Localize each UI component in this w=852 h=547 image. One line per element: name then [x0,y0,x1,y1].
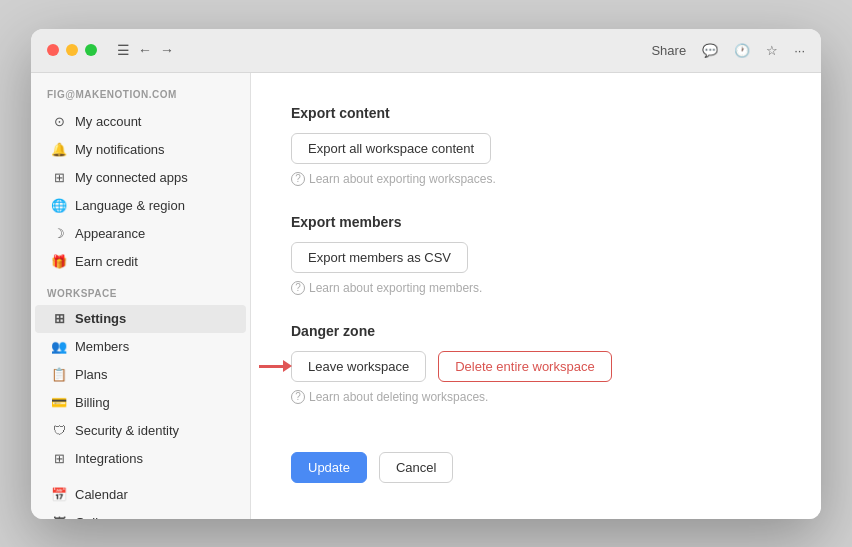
menu-icon[interactable]: ☰ [117,42,130,58]
sidebar-item-integrations[interactable]: ⊞ Integrations [35,445,246,473]
leave-workspace-button[interactable]: Leave workspace [291,351,426,382]
sidebar-item-label: Language & region [75,198,185,213]
help-icon-3: ? [291,390,305,404]
danger-zone-help: ? Learn about deleting workspaces. [291,390,781,404]
export-members-button[interactable]: Export members as CSV [291,242,468,273]
footer-actions: Update Cancel [291,432,781,483]
close-button[interactable] [47,44,59,56]
sidebar-item-language[interactable]: 🌐 Language & region [35,192,246,220]
sidebar-item-label: Gallery [75,515,116,519]
more-icon[interactable]: ··· [794,43,805,58]
export-members-title: Export members [291,214,781,230]
sidebar-item-notifications[interactable]: 🔔 My notifications [35,136,246,164]
moon-icon: ☽ [51,226,67,242]
cancel-button[interactable]: Cancel [379,452,453,483]
sidebar-item-members[interactable]: 👥 Members [35,333,246,361]
export-workspace-button[interactable]: Export all workspace content [291,133,491,164]
sidebar-item-gallery[interactable]: 🖼 Gallery [35,509,246,519]
forward-icon[interactable]: → [160,42,174,58]
calendar-icon: 📅 [51,487,67,503]
sidebar-bottom: 📅 Calendar 🖼 Gallery [31,473,250,519]
window-body: FIG@MAKENOTION.COM ⊙ My account 🔔 My not… [31,73,821,519]
app-window: ☰ ← → Share 💬 🕐 ☆ ··· FIG@MAKENOTION.COM… [31,29,821,519]
sidebar-item-settings[interactable]: ⊞ Settings [35,305,246,333]
person-icon: ⊙ [51,114,67,130]
sidebar-item-label: Integrations [75,451,143,466]
sidebar-item-label: Plans [75,367,108,382]
main-content: Export content Export all workspace cont… [251,73,821,519]
help-icon: ? [291,172,305,186]
grid-icon: ⊞ [51,170,67,186]
sidebar-item-label: Settings [75,311,126,326]
back-icon[interactable]: ← [138,42,152,58]
sidebar-item-label: My account [75,114,141,129]
sidebar-item-label: Members [75,339,129,354]
settings-grid-icon: ⊞ [51,311,67,327]
sidebar-item-account[interactable]: ⊙ My account [35,108,246,136]
danger-zone-row: Leave workspace Delete entire workspace [291,351,781,382]
sidebar-item-label: Appearance [75,226,145,241]
export-content-help: ? Learn about exporting workspaces. [291,172,781,186]
sidebar-item-earn-credit[interactable]: 🎁 Earn credit [35,248,246,276]
export-members-section: Export members Export members as CSV ? L… [291,214,781,295]
sidebar-email: FIG@MAKENOTION.COM [31,89,250,108]
export-members-help: ? Learn about exporting members. [291,281,781,295]
sidebar-item-label: Security & identity [75,423,179,438]
sidebar: FIG@MAKENOTION.COM ⊙ My account 🔔 My not… [31,73,251,519]
minimize-button[interactable] [66,44,78,56]
globe-icon: 🌐 [51,198,67,214]
gift-icon: 🎁 [51,254,67,270]
update-button[interactable]: Update [291,452,367,483]
sidebar-item-appearance[interactable]: ☽ Appearance [35,220,246,248]
sidebar-item-security[interactable]: 🛡 Security & identity [35,417,246,445]
chat-icon[interactable]: 💬 [702,43,718,58]
clock-icon[interactable]: 🕐 [734,43,750,58]
sidebar-item-plans[interactable]: 📋 Plans [35,361,246,389]
sidebar-item-label: Earn credit [75,254,138,269]
delete-workspace-button[interactable]: Delete entire workspace [438,351,611,382]
titlebar-right: Share 💬 🕐 ☆ ··· [651,43,805,58]
danger-zone-section: Danger zone Leave workspace Delete entir… [291,323,781,404]
arrow-indicator [259,360,292,372]
arrow-head [283,360,292,372]
integrations-icon: ⊞ [51,451,67,467]
sidebar-item-billing[interactable]: 💳 Billing [35,389,246,417]
maximize-button[interactable] [85,44,97,56]
sidebar-item-connected-apps[interactable]: ⊞ My connected apps [35,164,246,192]
danger-zone-title: Danger zone [291,323,781,339]
gallery-icon: 🖼 [51,515,67,519]
workspace-section-label: WORKSPACE [31,276,250,305]
sidebar-item-label: Calendar [75,487,128,502]
map-icon: 📋 [51,367,67,383]
export-content-section: Export content Export all workspace cont… [291,105,781,186]
share-button[interactable]: Share [651,43,686,58]
card-icon: 💳 [51,395,67,411]
titlebar: ☰ ← → Share 💬 🕐 ☆ ··· [31,29,821,73]
bell-icon: 🔔 [51,142,67,158]
export-content-title: Export content [291,105,781,121]
nav-controls: ☰ ← → [117,42,174,58]
sidebar-item-label: My notifications [75,142,165,157]
shield-icon: 🛡 [51,423,67,439]
help-icon-2: ? [291,281,305,295]
sidebar-item-label: Billing [75,395,110,410]
arrow-body [259,365,283,368]
sidebar-item-calendar[interactable]: 📅 Calendar [35,481,246,509]
star-icon[interactable]: ☆ [766,43,778,58]
traffic-lights [47,44,97,56]
people-icon: 👥 [51,339,67,355]
sidebar-item-label: My connected apps [75,170,188,185]
